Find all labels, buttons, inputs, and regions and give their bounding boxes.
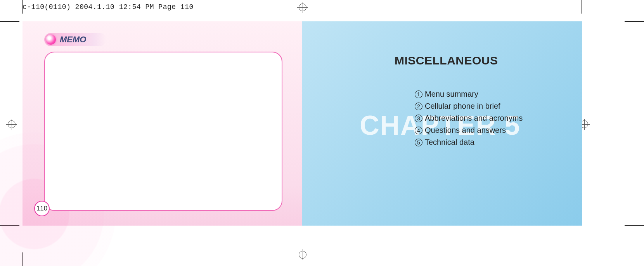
toc-num-icon: 2 [415, 103, 422, 110]
crop-mark [582, 0, 582, 14]
toc-item: 5Technical data [415, 136, 523, 148]
toc-num-icon: 3 [415, 115, 422, 122]
toc-num-icon: 1 [415, 90, 422, 98]
registration-mark-icon [297, 249, 308, 260]
memo-label: MEMO [60, 35, 86, 45]
memo-box [44, 52, 282, 211]
registration-mark-icon [297, 2, 308, 13]
left-page: MEMO 110 [23, 21, 302, 226]
right-page: CHAPTER 5 MISCELLANEOUS 1Menu summary 2C… [302, 21, 582, 226]
toc-item: 2Cellular phone in brief [415, 100, 523, 112]
memo-tab: MEMO [44, 33, 106, 46]
toc-num-icon: 5 [415, 139, 422, 146]
page-title: MISCELLANEOUS [395, 54, 498, 67]
registration-mark-icon [6, 119, 17, 130]
toc-label: Questions and answers [425, 126, 506, 134]
toc-item: 4Questions and answers [415, 124, 523, 136]
toc-num-icon: 4 [415, 127, 422, 134]
page-spread: MEMO 110 CHAPTER 5 MISCELLANEOUS 1Menu s… [23, 21, 582, 226]
crop-mark [625, 225, 644, 226]
toc-label: Technical data [425, 138, 474, 146]
memo-dot-icon [46, 35, 56, 45]
page-number-badge: 110 [34, 201, 50, 216]
toc-list: 1Menu summary 2Cellular phone in brief 3… [415, 88, 523, 148]
print-meta-header: c-110(0110) 2004.1.10 12:54 PM Page 110 [23, 3, 194, 11]
crop-mark [0, 21, 19, 22]
toc-label: Menu summary [425, 90, 478, 98]
toc-label: Cellular phone in brief [425, 102, 500, 110]
toc-label: Abbreviations and acronyms [425, 114, 523, 122]
toc-item: 3Abbreviations and acronyms [415, 112, 523, 124]
toc-item: 1Menu summary [415, 88, 523, 100]
crop-mark [625, 21, 644, 22]
crop-mark [23, 0, 23, 14]
